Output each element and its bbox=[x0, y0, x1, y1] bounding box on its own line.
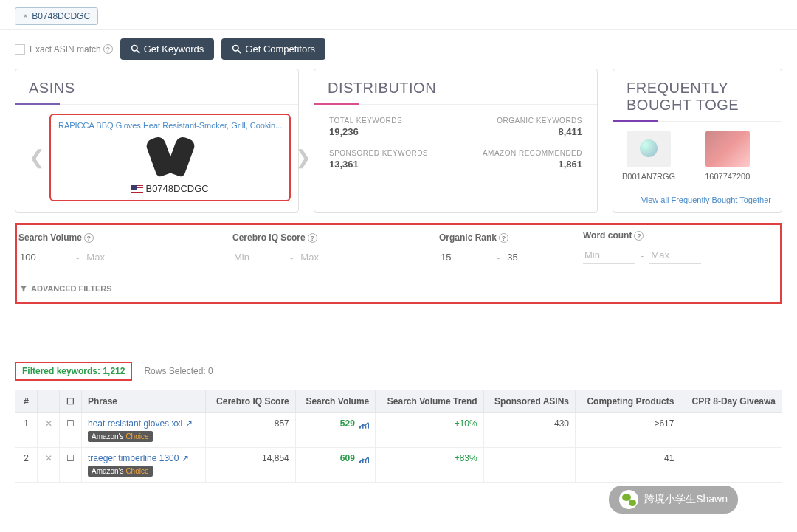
search-icon bbox=[131, 44, 140, 54]
us-flag-icon bbox=[131, 185, 143, 193]
amazon-rec-label: AMAZON RECOMMENDED bbox=[483, 149, 582, 158]
delete-row-icon[interactable]: ✕ bbox=[45, 453, 52, 463]
help-icon[interactable]: ? bbox=[103, 44, 113, 54]
svg-rect-9 bbox=[362, 460, 364, 463]
product-thumb bbox=[627, 131, 671, 167]
cp-cell: 41 bbox=[576, 448, 680, 483]
prev-arrow-icon[interactable]: ❮ bbox=[24, 146, 49, 169]
total-keywords-label: TOTAL KEYWORDS bbox=[329, 117, 428, 125]
freq-asin: 1607747200 bbox=[705, 172, 750, 181]
svt-cell: +83% bbox=[376, 448, 483, 483]
iq-cell: 14,854 bbox=[205, 448, 295, 483]
sv-cell: 529 bbox=[295, 413, 375, 448]
next-arrow-icon[interactable]: ❯ bbox=[291, 146, 316, 169]
cpr-cell bbox=[680, 448, 782, 483]
filter-icon bbox=[20, 285, 27, 292]
exact-asin-checkbox[interactable]: Exact ASIN match ? bbox=[15, 44, 113, 55]
chart-icon[interactable] bbox=[359, 455, 369, 463]
amazon-rec-value: 1,861 bbox=[483, 159, 582, 170]
iq-cell: 857 bbox=[205, 413, 295, 448]
help-icon[interactable]: ? bbox=[499, 233, 508, 243]
col-cp[interactable]: Competing Products bbox=[576, 390, 680, 413]
phrase-link[interactable]: traeger timberline 1300 bbox=[88, 453, 179, 463]
delete-row-icon[interactable]: ✕ bbox=[45, 418, 52, 429]
chart-icon[interactable] bbox=[359, 421, 369, 428]
col-phrase[interactable]: Phrase bbox=[82, 390, 206, 413]
organic-keywords-value: 8,411 bbox=[483, 126, 582, 137]
chip-remove-icon[interactable]: × bbox=[23, 11, 28, 21]
or-max-input[interactable] bbox=[506, 249, 557, 266]
search-volume-label: Search Volume? bbox=[18, 232, 196, 243]
table-row: 2✕☐traeger timberline 1300↗Amazon's Choi… bbox=[15, 448, 782, 483]
asin-product-title: RAPICCA BBQ Gloves Heat Resistant-Smoker… bbox=[58, 121, 282, 130]
asin-code: B0748DCDGC bbox=[58, 183, 282, 194]
advanced-filters-toggle[interactable]: ADVANCED FILTERS bbox=[17, 280, 780, 297]
exact-asin-label: Exact ASIN match bbox=[30, 44, 101, 55]
sponsored-keywords-label: SPONSORED KEYWORDS bbox=[329, 149, 428, 158]
row-num: 2 bbox=[15, 448, 38, 483]
external-link-icon[interactable]: ↗ bbox=[185, 418, 193, 429]
word-count-label: Word count? bbox=[583, 230, 775, 241]
amazons-choice-badge: Amazon's Choice bbox=[88, 466, 153, 477]
sa-cell: 430 bbox=[483, 413, 575, 448]
iq-max-input[interactable] bbox=[299, 249, 351, 266]
view-all-freq-link[interactable]: View all Frequently Bought Together bbox=[613, 196, 771, 204]
col-cpr[interactable]: CPR 8-Day Giveawa bbox=[680, 390, 782, 413]
svg-rect-11 bbox=[368, 457, 369, 463]
freq-panel-title: FREQUENTLY BOUGHT TOGE bbox=[613, 69, 782, 122]
svg-point-2 bbox=[233, 46, 238, 51]
asin-card[interactable]: RAPICCA BBQ Gloves Heat Resistant-Smoker… bbox=[49, 114, 291, 201]
sa-cell bbox=[483, 448, 575, 483]
svg-line-1 bbox=[137, 50, 139, 53]
get-competitors-button[interactable]: Get Competitors bbox=[221, 38, 325, 60]
or-min-input[interactable] bbox=[439, 249, 491, 266]
iq-min-input[interactable] bbox=[232, 249, 284, 266]
cp-cell: >617 bbox=[576, 413, 680, 448]
sponsored-keywords-value: 13,361 bbox=[329, 159, 428, 170]
organic-keywords-label: ORGANIC KEYWORDS bbox=[483, 117, 582, 125]
phrase-cell: traeger timberline 1300↗Amazon's Choice bbox=[82, 448, 206, 483]
svg-rect-8 bbox=[359, 461, 361, 463]
row-num: 1 bbox=[15, 413, 38, 448]
table-row: 1✕☐heat resistant gloves xxl↗Amazon's Ch… bbox=[15, 413, 782, 448]
checkbox-icon bbox=[15, 44, 25, 55]
distribution-panel: DISTRIBUTION TOTAL KEYWORDS19,236 SPONSO… bbox=[314, 69, 598, 213]
sv-cell: 609 bbox=[295, 448, 375, 483]
distribution-panel-title: DISTRIBUTION bbox=[314, 69, 597, 105]
row-checkbox[interactable]: ☐ bbox=[66, 418, 75, 429]
wc-min-input[interactable] bbox=[583, 246, 635, 264]
wc-max-input[interactable] bbox=[649, 246, 701, 264]
svg-rect-7 bbox=[368, 423, 369, 428]
col-select[interactable]: ☐ bbox=[60, 390, 82, 413]
rows-selected-label: Rows Selected: 0 bbox=[144, 366, 213, 376]
results-table: # ☐ Phrase Cerebro IQ Score Search Volum… bbox=[15, 390, 782, 483]
col-iq[interactable]: Cerebro IQ Score bbox=[205, 390, 295, 413]
external-link-icon[interactable]: ↗ bbox=[182, 453, 189, 463]
asins-panel: ASINS ❮ RAPICCA BBQ Gloves Heat Resistan… bbox=[15, 69, 299, 213]
organic-rank-label: Organic Rank? bbox=[439, 232, 572, 243]
col-svt[interactable]: Search Volume Trend bbox=[376, 390, 483, 413]
svg-line-3 bbox=[238, 50, 241, 53]
row-checkbox[interactable]: ☐ bbox=[66, 453, 75, 463]
get-keywords-button[interactable]: Get Keywords bbox=[120, 38, 215, 60]
freq-item[interactable]: B001AN7RGG bbox=[622, 131, 675, 181]
help-icon[interactable]: ? bbox=[308, 233, 317, 243]
col-sv[interactable]: Search Volume bbox=[295, 390, 375, 413]
amazons-choice-badge: Amazon's Choice bbox=[88, 431, 153, 442]
sv-max-input[interactable] bbox=[85, 249, 137, 266]
sv-min-input[interactable] bbox=[18, 249, 70, 266]
help-icon[interactable]: ? bbox=[84, 233, 94, 243]
col-num[interactable]: # bbox=[15, 390, 38, 413]
help-icon[interactable]: ? bbox=[634, 231, 644, 241]
svg-rect-5 bbox=[362, 425, 364, 429]
svt-cell: +10% bbox=[376, 413, 483, 448]
asin-chip[interactable]: × B0748DCDGC bbox=[15, 7, 98, 25]
phrase-link[interactable]: heat resistant gloves xxl bbox=[88, 418, 182, 429]
svg-point-0 bbox=[131, 46, 137, 51]
filtered-keywords-badge: Filtered keywords: 1,212 bbox=[15, 362, 132, 381]
search-icon bbox=[232, 44, 241, 54]
freq-item[interactable]: 1607747200 bbox=[705, 131, 750, 181]
product-image bbox=[137, 134, 204, 179]
svg-rect-4 bbox=[359, 426, 361, 429]
col-sa[interactable]: Sponsored ASINs bbox=[483, 390, 575, 413]
